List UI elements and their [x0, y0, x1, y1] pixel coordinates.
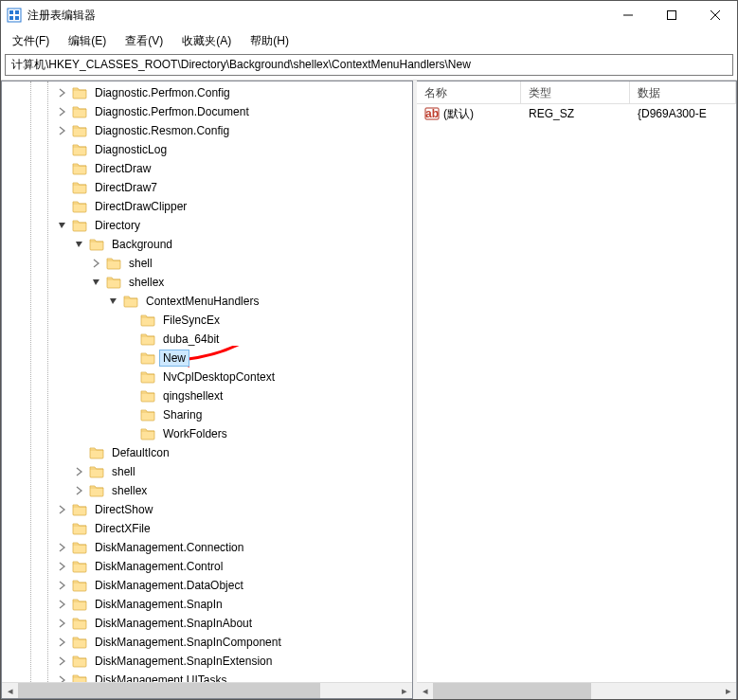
expand-icon[interactable] [55, 597, 70, 612]
tree-node[interactable]: Diagnostic.Resmon.Config [2, 121, 412, 140]
tree-node[interactable]: qingshellext [2, 386, 412, 405]
expand-icon[interactable] [55, 104, 70, 119]
tree-node-label[interactable]: DirectDraw [91, 160, 154, 177]
expand-icon[interactable] [55, 502, 70, 517]
expand-icon[interactable] [55, 559, 70, 574]
scroll-left-button[interactable]: ◂ [417, 683, 433, 699]
tree-node[interactable]: DirectDraw [2, 159, 412, 178]
col-data[interactable]: 数据 [630, 81, 736, 103]
tree-node-label[interactable]: shell [108, 463, 139, 480]
tree-node-label[interactable]: DirectDrawClipper [91, 198, 190, 215]
maximize-button[interactable] [650, 1, 693, 29]
expand-icon[interactable] [55, 616, 70, 631]
tree-node[interactable]: NvCplDesktopContext [2, 368, 412, 386]
tree-node-label[interactable]: Diagnostic.Resmon.Config [91, 122, 233, 139]
tree-node-label[interactable]: ContextMenuHandlers [142, 293, 262, 310]
tree-node[interactable]: ContextMenuHandlers [2, 292, 412, 311]
tree-node[interactable]: FileSyncEx [2, 311, 412, 330]
tree-node[interactable]: shellex [2, 273, 412, 292]
tree-node[interactable]: shellex [2, 481, 412, 500]
expand-icon[interactable] [55, 123, 70, 138]
expand-icon[interactable] [55, 85, 70, 100]
tree-node[interactable]: Diagnostic.Perfmon.Config [2, 83, 412, 102]
tree-node[interactable]: DiskManagement.Connection [2, 538, 412, 557]
close-button[interactable] [693, 1, 737, 29]
menu-file[interactable]: 文件(F) [9, 31, 53, 51]
expand-icon[interactable] [55, 654, 70, 669]
expand-icon[interactable] [55, 635, 70, 650]
tree-node-label[interactable]: NvCplDesktopContext [159, 368, 279, 386]
tree-node[interactable]: DiskManagement.SnapIn [2, 595, 412, 614]
minimize-button[interactable] [606, 1, 650, 29]
title-bar[interactable]: 注册表编辑器 [1, 1, 737, 29]
menu-favorites[interactable]: 收藏夹(A) [178, 31, 235, 51]
tree-horizontal-scrollbar[interactable]: ◂ ▸ [2, 682, 412, 698]
tree-node[interactable]: WorkFolders [2, 424, 412, 443]
tree-node-label[interactable]: Background [108, 236, 176, 253]
tree-node[interactable]: New [2, 349, 412, 368]
tree-node-label[interactable]: Diagnostic.Perfmon.Document [91, 103, 253, 120]
list-row[interactable]: ab (默认) REG_SZ {D969A300-E [417, 104, 736, 123]
tree-node-label[interactable]: New [159, 350, 189, 367]
tree-node-label[interactable]: DiskManagement.SnapInComponent [91, 634, 285, 651]
tree-node-label[interactable]: DiskManagement.SnapInAbout [91, 615, 256, 632]
tree-node-label[interactable]: DiskManagement.Control [91, 558, 226, 575]
list-horizontal-scrollbar[interactable]: ◂ ▸ [417, 682, 736, 698]
tree-node-label[interactable]: Directory [91, 217, 144, 234]
tree-node-label[interactable]: DiskManagement.SnapInExtension [91, 653, 276, 670]
tree-node[interactable]: DiskManagement.SnapInExtension [2, 652, 412, 671]
expand-icon[interactable] [89, 256, 104, 271]
tree-node-label[interactable]: DefaultIcon [108, 444, 173, 461]
tree-node[interactable]: DirectShow [2, 500, 412, 519]
scroll-left-button[interactable]: ◂ [2, 683, 18, 699]
tree-node[interactable]: DirectDrawClipper [2, 197, 412, 216]
scroll-track[interactable] [18, 683, 396, 699]
tree-node[interactable]: DirectDraw7 [2, 178, 412, 197]
tree-node[interactable]: Sharing [2, 405, 412, 424]
tree-node[interactable]: shell [2, 462, 412, 481]
menu-help[interactable]: 帮助(H) [246, 31, 293, 51]
tree-node-label[interactable]: Sharing [159, 406, 206, 423]
collapse-icon[interactable] [72, 237, 87, 252]
tree-node-label[interactable]: qingshellext [159, 387, 226, 404]
scroll-right-button[interactable]: ▸ [720, 683, 736, 699]
tree-node-label[interactable]: DirectXFile [91, 520, 154, 537]
expand-icon[interactable] [72, 464, 87, 479]
scroll-track[interactable] [433, 683, 720, 699]
tree-node[interactable]: DiskManagement.SnapInAbout [2, 614, 412, 633]
scroll-right-button[interactable]: ▸ [396, 683, 412, 699]
tree-node[interactable]: duba_64bit [2, 330, 412, 349]
tree-node[interactable]: Directory [2, 216, 412, 235]
tree-node[interactable]: DiskManagement.SnapInComponent [2, 633, 412, 652]
collapse-icon[interactable] [106, 294, 121, 309]
collapse-icon[interactable] [89, 275, 104, 290]
tree-node[interactable]: Diagnostic.Perfmon.Document [2, 102, 412, 121]
expand-icon[interactable] [55, 540, 70, 555]
tree-node-label[interactable]: DirectShow [91, 501, 156, 518]
tree-node-label[interactable]: DiskManagement.DataObject [91, 577, 247, 594]
tree-node[interactable]: DiskManagement.DataObject [2, 576, 412, 595]
col-type[interactable]: 类型 [521, 81, 630, 103]
tree-node[interactable]: shell [2, 254, 412, 273]
address-bar[interactable]: 计算机\HKEY_CLASSES_ROOT\Directory\Backgrou… [5, 54, 733, 76]
tree-node[interactable]: DefaultIcon [2, 443, 412, 462]
tree-node-label[interactable]: DiagnosticLog [91, 141, 171, 158]
tree-node[interactable]: Background [2, 235, 412, 254]
expand-icon[interactable] [55, 578, 70, 593]
tree-node[interactable]: DirectXFile [2, 519, 412, 538]
list-header[interactable]: 名称 类型 数据 [417, 81, 736, 104]
tree-node-label[interactable]: Diagnostic.Perfmon.Config [91, 84, 234, 101]
tree-node-label[interactable]: shellex [108, 482, 151, 499]
tree-node[interactable]: DiskManagement.Control [2, 557, 412, 576]
expand-icon[interactable] [72, 483, 87, 498]
collapse-icon[interactable] [55, 218, 70, 233]
tree-node-label[interactable]: WorkFolders [159, 425, 231, 442]
tree-node-label[interactable]: DirectDraw7 [91, 179, 161, 196]
tree-node-label[interactable]: DiskManagement.Connection [91, 539, 247, 556]
tree-node-label[interactable]: shell [125, 255, 156, 272]
menu-edit[interactable]: 编辑(E) [64, 31, 110, 51]
tree-node-label[interactable]: duba_64bit [159, 331, 223, 348]
col-name[interactable]: 名称 [417, 81, 521, 103]
tree-node[interactable]: DiagnosticLog [2, 140, 412, 159]
tree-node-label[interactable]: shellex [125, 274, 168, 291]
